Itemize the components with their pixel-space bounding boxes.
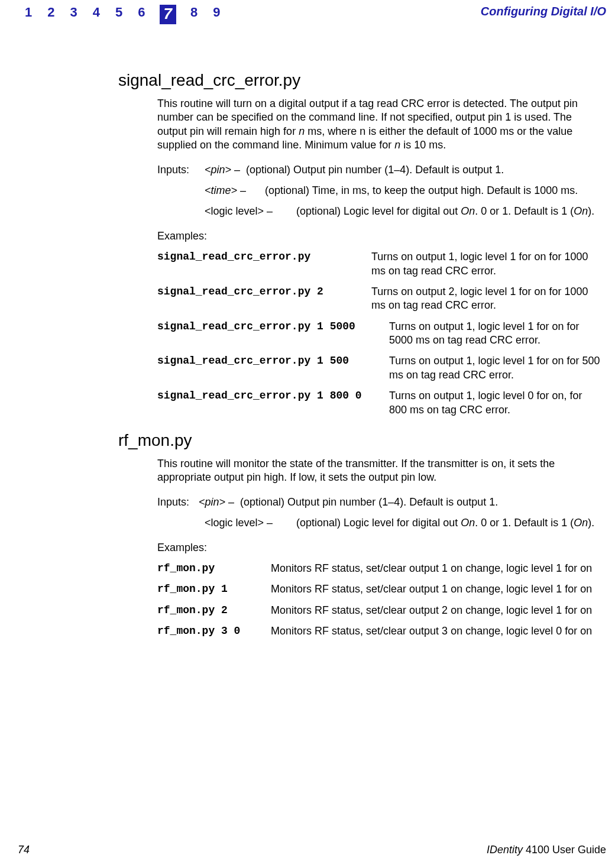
- example-description: Turns on output 1, logic level 0 for on,…: [382, 389, 600, 417]
- section1-examples: signal_read_crc_error.pyTurns on output …: [157, 250, 600, 417]
- chapter-nav: 123456789: [24, 5, 221, 24]
- input-row: Inputs: <pin> – (optional) Output pin nu…: [157, 163, 600, 177]
- example-row: signal_read_crc_error.pyTurns on output …: [157, 250, 600, 278]
- section2-heading: rf_mon.py: [118, 431, 600, 450]
- input-desc: (optional) Time, in ms, to keep the outp…: [265, 184, 600, 197]
- inputs-label: Inputs:: [157, 163, 205, 177]
- chapter-7[interactable]: 7: [160, 5, 176, 24]
- input-param: <pin> –: [205, 163, 240, 177]
- chapter-1[interactable]: 1: [24, 5, 33, 24]
- example-command: signal_read_crc_error.py: [157, 250, 364, 264]
- examples-label: Examples:: [157, 541, 600, 555]
- example-command: signal_read_crc_error.py 1 800 0: [157, 389, 382, 403]
- chapter-3[interactable]: 3: [69, 5, 79, 24]
- example-command: signal_read_crc_error.py 1 500: [157, 354, 382, 368]
- intro-n1: n: [299, 125, 305, 137]
- example-row: signal_read_crc_error.py 1 800 0Turns on…: [157, 389, 600, 417]
- example-description: Monitors RF status, set/clear output 2 o…: [264, 604, 600, 617]
- example-row: rf_mon.py 3 0Monitors RF status, set/cle…: [157, 624, 600, 638]
- example-command: rf_mon.py 1: [157, 582, 264, 596]
- input-row: Inputs: <pin> – (optional) Output pin nu…: [157, 495, 600, 509]
- example-command: signal_read_crc_error.py 2: [157, 285, 364, 299]
- intro-n2: n: [394, 139, 400, 151]
- desc-on: On: [574, 517, 588, 529]
- examples-label: Examples:: [157, 229, 600, 243]
- example-row: rf_mon.py 1Monitors RF status, set/clear…: [157, 582, 600, 596]
- example-description: Monitors RF status, set/clear output 1 o…: [264, 562, 600, 575]
- desc-text: . 0 or 1. Default is 1 (: [475, 517, 574, 529]
- section1-intro: This routine will turn on a digital outp…: [157, 97, 600, 153]
- page-number: 74: [18, 844, 30, 856]
- desc-text: ).: [588, 517, 594, 529]
- example-row: rf_mon.pyMonitors RF status, set/clear o…: [157, 562, 600, 575]
- input-param: <logic level> –: [205, 516, 290, 530]
- input-desc: (optional) Logic level for digital out O…: [296, 205, 600, 218]
- example-row: signal_read_crc_error.py 1 5000Turns on …: [157, 320, 600, 348]
- example-description: Turns on output 1, logic level 1 for on …: [382, 320, 600, 348]
- input-row: <logic level> – (optional) Logic level f…: [205, 516, 600, 530]
- example-command: rf_mon.py 2: [157, 604, 264, 617]
- input-param: <logic level> –: [205, 205, 290, 218]
- header-title: Configuring Digital I/O: [481, 5, 612, 18]
- desc-on: On: [461, 205, 475, 217]
- chapter-8[interactable]: 8: [189, 5, 199, 24]
- example-description: Monitors RF status, set/clear output 1 o…: [264, 582, 600, 596]
- example-command: signal_read_crc_error.py 1 5000: [157, 320, 382, 333]
- desc-on: On: [461, 517, 475, 529]
- param-pin: <pin> –: [199, 496, 234, 508]
- param-time: <time> –: [205, 184, 246, 196]
- page-header: 123456789 Configuring Digital I/O: [0, 0, 612, 24]
- footer-guide: IDentity 4100 User Guide: [487, 844, 606, 856]
- page-content: signal_read_crc_error.py This routine wi…: [118, 71, 600, 646]
- desc-text: (optional) Logic level for digital out: [296, 517, 461, 529]
- example-command: rf_mon.py: [157, 562, 264, 575]
- page-footer: 74 IDentity 4100 User Guide: [18, 844, 606, 856]
- desc-text: ).: [588, 205, 594, 217]
- desc-text: (optional) Logic level for digital out: [296, 205, 461, 217]
- example-description: Turns on output 1, logic level 1 for on …: [364, 250, 600, 278]
- section1-inputs: Inputs: <pin> – (optional) Output pin nu…: [157, 163, 600, 219]
- chapter-5[interactable]: 5: [114, 5, 124, 24]
- example-description: Monitors RF status, set/clear output 3 o…: [264, 624, 600, 638]
- input-row: <time> – (optional) Time, in ms, to keep…: [205, 184, 600, 197]
- section2-intro: This routine will monitor the state of t…: [157, 457, 600, 485]
- input-desc: (optional) Output pin number (1–4). Defa…: [246, 163, 600, 177]
- section1-heading: signal_read_crc_error.py: [118, 71, 600, 90]
- example-description: Turns on output 2, logic level 1 for on …: [364, 285, 600, 313]
- input-desc: (optional) Logic level for digital out O…: [296, 516, 600, 530]
- section1-body: This routine will turn on a digital outp…: [157, 97, 600, 417]
- section2-examples: rf_mon.pyMonitors RF status, set/clear o…: [157, 562, 600, 639]
- desc-text: . 0 or 1. Default is 1 (: [475, 205, 574, 217]
- chapter-6[interactable]: 6: [137, 5, 146, 24]
- inputs-label: Inputs:: [157, 495, 199, 509]
- chapter-4[interactable]: 4: [92, 5, 101, 24]
- example-row: rf_mon.py 2Monitors RF status, set/clear…: [157, 604, 600, 617]
- example-description: Turns on output 1, logic level 1 for on …: [382, 354, 600, 382]
- example-command: rf_mon.py 3 0: [157, 624, 264, 638]
- example-row: signal_read_crc_error.py 2Turns on outpu…: [157, 285, 600, 313]
- example-row: signal_read_crc_error.py 1 500Turns on o…: [157, 354, 600, 382]
- footer-guide-rest: 4100 User Guide: [523, 844, 606, 856]
- desc-on: On: [574, 205, 588, 217]
- input-param: <pin> –: [199, 495, 234, 509]
- footer-brand: IDentity: [487, 844, 523, 856]
- intro-text: is 10 ms.: [400, 139, 446, 151]
- input-param: <time> –: [205, 184, 259, 197]
- input-row: <logic level> – (optional) Logic level f…: [205, 205, 600, 218]
- section2-body: This routine will monitor the state of t…: [157, 457, 600, 639]
- section2-inputs: Inputs: <pin> – (optional) Output pin nu…: [157, 495, 600, 530]
- chapter-2[interactable]: 2: [46, 5, 56, 24]
- param-pin: <pin> –: [205, 164, 240, 176]
- input-desc: (optional) Output pin number (1–4). Defa…: [240, 495, 600, 509]
- chapter-9[interactable]: 9: [212, 5, 221, 24]
